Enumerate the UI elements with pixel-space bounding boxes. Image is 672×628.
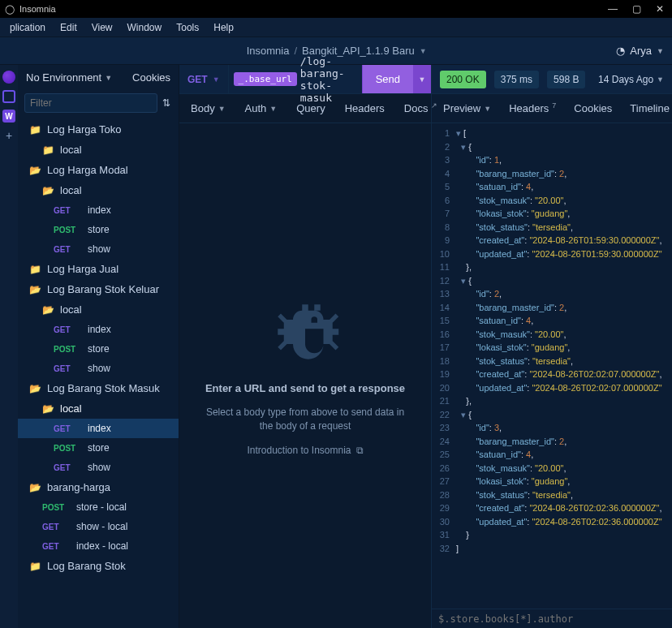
menu-tools[interactable]: Tools — [170, 19, 205, 36]
tab-label: Preview — [443, 102, 480, 114]
tab-query[interactable]: Query — [296, 102, 325, 114]
request-index[interactable]: GETindex — [18, 320, 179, 339]
folder-icon: 📂 — [42, 185, 54, 196]
chevron-down-icon[interactable]: ▼ — [420, 47, 427, 55]
folder-local[interactable]: 📁local — [18, 140, 179, 160]
jsonpath-filter-input[interactable] — [438, 613, 666, 625]
folder-log-harga-modal[interactable]: 📂Log Harga Modal — [18, 160, 179, 180]
url-variable-tag[interactable]: _.base_url — [234, 72, 297, 86]
request-label: show — [88, 363, 110, 374]
empty-subtitle: Select a body type from above to send da… — [200, 406, 411, 433]
folder-log-barang-stok-masuk[interactable]: 📂Log Barang Stok Masuk — [18, 378, 179, 398]
tab-response-headers[interactable]: Headers7 — [509, 102, 556, 114]
folder-icon: 📂 — [42, 304, 54, 316]
send-dropdown-button[interactable]: ▼ — [413, 65, 431, 93]
request-store[interactable]: POSTstore — [18, 339, 179, 359]
rail-w-icon[interactable]: W — [2, 109, 16, 123]
request-panel: GET ▼ _.base_url /log-barang-stok-masuk … — [179, 65, 432, 628]
folder-local[interactable]: 📂local — [18, 180, 179, 200]
menu-window[interactable]: Window — [121, 19, 169, 36]
cookies-button[interactable]: Cookies — [132, 71, 170, 84]
folder-label: local — [60, 303, 82, 316]
chevron-down-icon: ▼ — [657, 47, 664, 55]
response-body[interactable]: 1▾ [2 ▾ {3 "id": 1,4 "barang_master_id":… — [432, 123, 672, 609]
request-label: store — [88, 343, 110, 355]
close-button[interactable]: ✕ — [656, 3, 664, 15]
tab-preview[interactable]: Preview▼ — [443, 102, 491, 114]
user-menu[interactable]: ◔ Arya ▼ — [616, 45, 664, 57]
folder-label: local — [60, 402, 82, 415]
sidebar-filter-input[interactable] — [24, 93, 157, 113]
breadcrumb-root[interactable]: Insomnia — [247, 45, 290, 57]
app-icon: ◯ — [5, 4, 15, 15]
folder-label: barang-harga — [47, 481, 110, 493]
folder-label: Log Harga Jual — [47, 263, 118, 275]
user-icon: ◔ — [616, 45, 625, 57]
method-badge: GET — [54, 364, 81, 373]
menubar: plication Edit View Window Tools Help — [0, 18, 672, 37]
method-badge: GET — [42, 523, 70, 531]
chevron-down-icon: ▼ — [218, 105, 226, 113]
tab-body[interactable]: Body▼ — [191, 102, 226, 114]
rail-collection-icon[interactable] — [2, 89, 16, 104]
menu-view[interactable]: View — [85, 19, 119, 36]
chevron-down-icon: ▼ — [269, 105, 277, 113]
request-store[interactable]: POSTstore — [18, 438, 179, 458]
breadcrumb-sep: / — [294, 45, 297, 57]
environment-selector[interactable]: No Environment ▼ — [26, 71, 112, 84]
menu-application[interactable]: plication — [3, 19, 52, 36]
response-filter-bar — [432, 609, 672, 628]
request-show-local[interactable]: GETshow - local — [18, 517, 179, 536]
request-show[interactable]: GETshow — [18, 458, 179, 477]
folder-icon: 📂 — [29, 284, 41, 295]
age-label: 14 Days Ago — [598, 74, 653, 85]
request-index-local[interactable]: GETindex - local — [18, 536, 179, 556]
folder-log-harga-jual[interactable]: 📁Log Harga Jual — [18, 259, 179, 279]
method-badge: POST — [54, 226, 81, 234]
request-label: index — [88, 324, 111, 335]
folder-barang-harga[interactable]: 📂barang-harga — [18, 477, 179, 497]
folder-icon: 📁 — [29, 124, 41, 135]
url-input[interactable]: _.base_url /log-barang-stok-masuk — [229, 65, 362, 93]
request-show[interactable]: GETshow — [18, 239, 179, 259]
tab-auth[interactable]: Auth▼ — [245, 102, 278, 114]
minimize-button[interactable]: — — [608, 3, 618, 15]
method-selector[interactable]: GET ▼ — [179, 65, 229, 93]
folder-icon: 📁 — [29, 561, 41, 572]
sort-icon[interactable]: ⇅ — [162, 97, 170, 109]
request-label: index — [88, 423, 111, 434]
bug-icon — [269, 295, 342, 371]
response-age[interactable]: 14 Days Ago ▼ — [598, 74, 664, 85]
send-button[interactable]: Send — [362, 65, 413, 93]
request-index[interactable]: GETindex — [18, 200, 179, 220]
folder-log-harga-toko[interactable]: 📁Log Harga Toko — [18, 119, 179, 140]
request-index[interactable]: GETindex — [18, 419, 179, 438]
tab-headers[interactable]: Headers — [345, 102, 385, 114]
request-label: index — [88, 204, 111, 216]
folder-log-barang-stok-keluar[interactable]: 📂Log Barang Stok Keluar — [18, 279, 179, 299]
request-show[interactable]: GETshow — [18, 359, 179, 378]
tab-response-cookies[interactable]: Cookies — [574, 102, 612, 114]
tab-label: Docs — [404, 102, 429, 114]
menu-edit[interactable]: Edit — [54, 19, 84, 36]
request-store-local[interactable]: POSTstore - local — [18, 497, 179, 517]
method-badge: GET — [54, 206, 81, 215]
folder-icon: 📁 — [42, 144, 54, 156]
tab-timeline[interactable]: Timeline — [630, 102, 670, 114]
empty-title: Enter a URL and send to get a response — [205, 382, 405, 394]
maximize-button[interactable]: ▢ — [632, 3, 641, 15]
folder-icon: 📁 — [29, 264, 41, 275]
rail-add-button[interactable]: + — [2, 128, 16, 143]
folder-local[interactable]: 📂local — [18, 398, 179, 419]
folder-label: local — [60, 184, 82, 196]
intro-link[interactable]: Introduction to Insomnia ⧉ — [247, 445, 363, 456]
rail-workspace-icon[interactable] — [2, 70, 16, 84]
method-label: GET — [187, 74, 208, 85]
folder-local[interactable]: 📂local — [18, 299, 179, 320]
folder-log-barang-stok[interactable]: 📁Log Barang Stok — [18, 556, 179, 576]
menu-help[interactable]: Help — [207, 19, 240, 36]
status-badge: 200 OK — [440, 71, 486, 88]
request-store[interactable]: POSTstore — [18, 220, 179, 239]
method-badge: GET — [42, 542, 70, 551]
size-badge: 598 B — [547, 71, 585, 88]
